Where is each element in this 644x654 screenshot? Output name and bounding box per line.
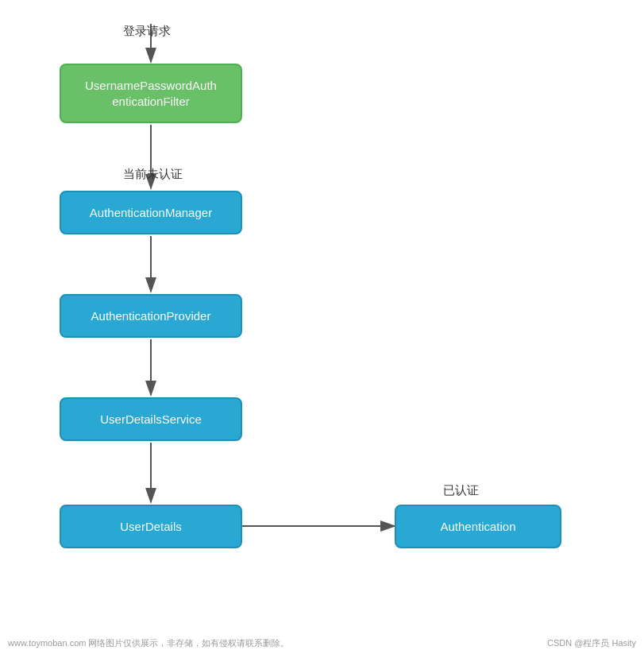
watermark-left: www.toymoban.com 网络图片仅供展示，非存储，如有侵权请联系删除。 xyxy=(8,637,289,649)
node-authentication-label: Authentication xyxy=(440,519,515,535)
node-details-label: UserDetails xyxy=(120,519,182,535)
node-service: UserDetailsService xyxy=(60,397,242,441)
watermark-right: CSDN @程序员 Hasity xyxy=(547,637,636,649)
node-manager-label: AuthenticationManager xyxy=(90,205,212,221)
node-provider-label: AuthenticationProvider xyxy=(91,308,211,324)
node-authentication: Authentication xyxy=(395,505,561,548)
label-not-authenticated: 当前未认证 xyxy=(123,167,183,182)
node-details: UserDetails xyxy=(60,505,242,548)
node-provider: AuthenticationProvider xyxy=(60,294,242,338)
node-manager: AuthenticationManager xyxy=(60,191,242,234)
label-login-request: 登录请求 xyxy=(123,24,171,39)
label-authenticated: 已认证 xyxy=(443,483,479,498)
node-filter-label: UsernamePasswordAuth enticationFilter xyxy=(85,78,217,109)
node-service-label: UserDetailsService xyxy=(100,412,202,428)
node-filter: UsernamePasswordAuth enticationFilter xyxy=(60,64,242,123)
diagram-container: 登录请求 UsernamePasswordAuth enticationFilt… xyxy=(0,0,644,654)
